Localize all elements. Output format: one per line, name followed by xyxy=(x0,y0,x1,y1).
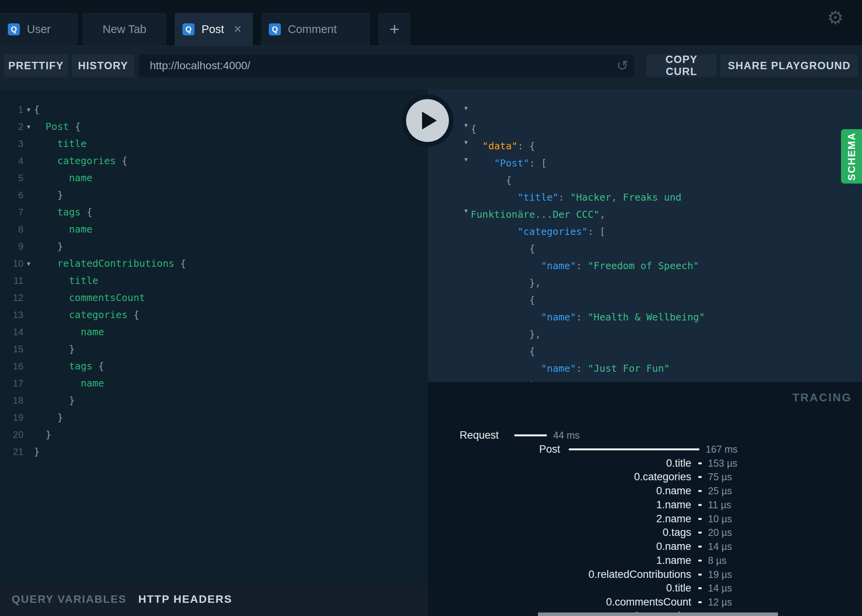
editor-code: name xyxy=(34,170,93,187)
response-line: "name": "Health & Wellbeing" xyxy=(428,288,862,305)
query-editor-lines: 1 ▾ { 2 ▾ Post { 3 title 4 categories { … xyxy=(0,101,428,460)
line-number: 14 xyxy=(0,327,23,338)
tab-new-tab[interactable]: New Tab xyxy=(82,13,166,46)
settings-gear-icon[interactable]: ⚙ xyxy=(827,9,844,27)
trace-duration-bar xyxy=(698,546,702,548)
editor-code: commentsCount xyxy=(34,289,145,306)
trace-label: 0.title xyxy=(428,457,691,471)
tab-label: Post xyxy=(201,23,224,36)
fold-arrow-icon[interactable]: ▾ xyxy=(23,122,34,131)
tracing-title: TRACING xyxy=(792,391,852,404)
response-line: ▾ "categories": [ xyxy=(428,202,862,219)
query-variables-tab[interactable]: QUERY VARIABLES xyxy=(12,593,127,606)
trace-row: Request 44 ms xyxy=(428,429,862,443)
trace-duration-bar xyxy=(698,490,702,492)
history-button[interactable]: HISTORY xyxy=(72,54,134,77)
trace-label: 0.categories xyxy=(428,470,691,484)
editor-code: tags { xyxy=(34,204,93,221)
bottom-panel-bar: QUERY VARIABLES HTTP HEADERS xyxy=(0,582,428,616)
tab-label: New Tab xyxy=(103,23,146,36)
editor-code: Post { xyxy=(34,118,81,135)
trace-duration-value: 14 µs xyxy=(708,540,732,554)
trace-row: 0.title 14 µs xyxy=(428,581,862,595)
share-playground-button[interactable]: SHARE PLAYGROUND xyxy=(720,54,858,77)
fold-arrow-icon[interactable]: ▾ xyxy=(461,134,471,151)
schema-side-tab[interactable]: SCHEMA xyxy=(841,129,862,184)
new-tab-button[interactable]: + xyxy=(378,13,411,46)
line-number: 4 xyxy=(0,156,23,166)
trace-label: 0.name xyxy=(428,484,691,498)
trace-duration-value: 25 µs xyxy=(708,484,732,498)
fold-arrow-icon[interactable]: ▾ xyxy=(461,202,471,219)
trace-duration-value: 20 µs xyxy=(708,526,732,540)
line-number: 16 xyxy=(0,361,23,372)
editor-code: name xyxy=(34,375,104,392)
trace-label: 0.commentsCount xyxy=(428,595,691,609)
response-line: { xyxy=(428,322,862,339)
query-badge-icon: Q xyxy=(269,23,281,35)
editor-line: 21 } xyxy=(0,443,428,460)
editor-code: title xyxy=(34,272,98,289)
trace-duration-value: 167 ms xyxy=(706,443,738,457)
trace-duration-bar xyxy=(698,504,702,506)
response-line: ▾ "Post": [ xyxy=(428,134,862,151)
play-icon xyxy=(422,112,437,130)
line-number: 21 xyxy=(0,446,23,457)
fold-arrow-icon[interactable]: ▾ xyxy=(23,105,34,114)
fold-arrow-icon[interactable]: ▾ xyxy=(461,151,471,168)
tab-comment[interactable]: Q Comment xyxy=(261,13,370,46)
trace-duration-value: 12 µs xyxy=(708,595,732,609)
copy-curl-button[interactable]: COPY CURL xyxy=(646,54,717,77)
trace-row: 0.name 14 µs xyxy=(428,540,862,554)
editor-code: relatedContributions { xyxy=(34,255,186,272)
horizontal-scrollbar-thumb[interactable] xyxy=(538,612,778,616)
line-number: 20 xyxy=(0,429,23,440)
tab-label: User xyxy=(27,23,51,36)
trace-duration-bar xyxy=(569,448,699,450)
fold-arrow-icon[interactable]: ▾ xyxy=(23,259,34,268)
line-number: 6 xyxy=(0,190,23,201)
http-headers-tab[interactable]: HTTP HEADERS xyxy=(138,593,232,606)
endpoint-url-input[interactable] xyxy=(139,60,611,72)
editor-line: 8 name xyxy=(0,221,428,238)
trace-duration-bar xyxy=(698,574,702,576)
trace-duration-bar xyxy=(698,476,702,478)
editor-code: } xyxy=(34,341,75,358)
editor-code: tags { xyxy=(34,358,104,375)
editor-code: name xyxy=(34,221,93,238)
line-number: 9 xyxy=(0,241,23,252)
tab-bar: Q User New Tab Q Post ✕ Q Comment + ⚙ xyxy=(0,0,862,46)
query-badge-icon: Q xyxy=(8,23,20,35)
tab-post[interactable]: Q Post ✕ xyxy=(175,13,253,46)
response-line: }, xyxy=(428,254,862,271)
trace-row: 2.name 10 µs xyxy=(428,512,862,526)
trace-row: 0.title 153 µs xyxy=(428,457,862,471)
reload-icon[interactable]: ↺ xyxy=(611,58,634,74)
tracing-panel: TRACING Request 44 ms Post 167 ms 0.titl… xyxy=(428,382,862,616)
trace-row: 1.name 8 µs xyxy=(428,554,862,568)
trace-row: 0.tags 20 µs xyxy=(428,526,862,540)
trace-duration-value: 153 µs xyxy=(708,457,738,471)
prettify-button[interactable]: PRETTIFY xyxy=(4,54,68,77)
editor-line: 20 } xyxy=(0,426,428,443)
endpoint-url-bar: ↺ xyxy=(139,54,634,77)
trace-duration-value: 8 µs xyxy=(708,554,727,568)
execute-query-button[interactable] xyxy=(401,94,454,147)
trace-duration-value: 11 µs xyxy=(708,498,731,512)
close-icon[interactable]: ✕ xyxy=(233,23,242,35)
editor-code: { xyxy=(34,101,40,118)
editor-line: 13 categories { xyxy=(0,306,428,324)
line-number: 7 xyxy=(0,207,23,218)
fold-arrow-icon[interactable]: ▾ xyxy=(461,100,471,117)
editor-code: } xyxy=(34,238,63,255)
line-number: 18 xyxy=(0,395,23,406)
fold-arrow-icon[interactable]: ▾ xyxy=(461,117,471,134)
line-number: 1 xyxy=(0,104,23,115)
response-viewer[interactable]: ▾ { ▾ "data": { ▾ "Post": [ ▾ { "title":… xyxy=(428,89,862,382)
query-badge-icon: Q xyxy=(182,23,194,35)
trace-duration-bar xyxy=(698,532,702,534)
tab-user[interactable]: Q User xyxy=(0,13,78,46)
trace-label: 0.tags xyxy=(428,526,691,540)
query-editor[interactable]: 1 ▾ { 2 ▾ Post { 3 title 4 categories { … xyxy=(0,89,428,582)
trace-label: 1.name xyxy=(428,554,691,568)
